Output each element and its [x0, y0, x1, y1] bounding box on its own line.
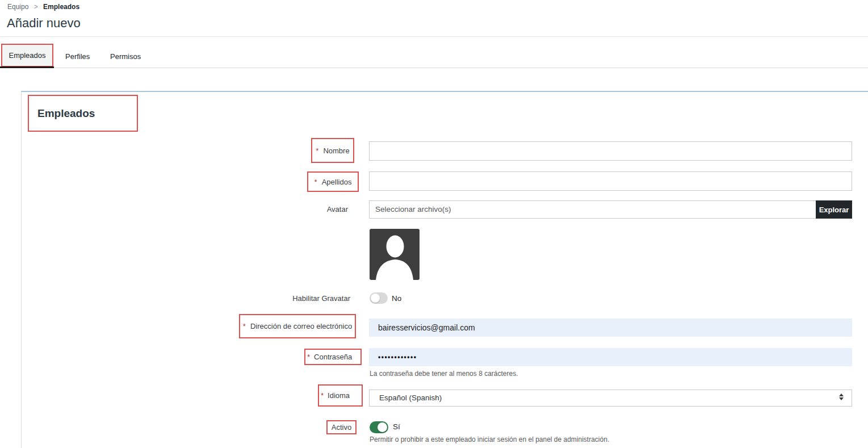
gravatar-toggle-knob — [371, 294, 380, 303]
avatar-file-placeholder: Seleccionar archivo(s) — [375, 205, 451, 213]
apellidos-label-annotation: * Apellidos — [307, 171, 359, 192]
tab-permisos[interactable]: Permisos — [110, 52, 141, 61]
email-label: Dirección de correo electrónico — [250, 322, 352, 330]
apellidos-label: Apellidos — [322, 178, 352, 186]
idioma-select[interactable]: Español (Spanish) — [369, 390, 852, 407]
panel-heading: Empleados — [37, 107, 95, 120]
apellidos-input[interactable] — [369, 171, 852, 191]
password-help-text: La contraseña debe tener al menos 8 cará… — [370, 370, 518, 378]
person-silhouette-icon — [370, 229, 420, 280]
avatar-file-input[interactable]: Seleccionar archivo(s) — [369, 200, 852, 219]
tab-empleados-label: Empleados — [9, 51, 45, 60]
avatar-placeholder-image — [370, 229, 420, 280]
password-label-annotation: * Contraseña — [304, 349, 362, 365]
idioma-label: Idioma — [328, 391, 350, 400]
activo-toggle[interactable] — [370, 421, 388, 433]
tab-perfiles[interactable]: Perfiles — [65, 52, 90, 61]
email-label-annotation: * Dirección de correo electrónico — [239, 314, 356, 338]
password-input[interactable]: •••••••••••• — [369, 348, 852, 366]
email-input[interactable] — [369, 319, 852, 337]
breadcrumb-empleados[interactable]: Empleados — [43, 3, 79, 11]
panel-heading-annotation: Empleados — [28, 95, 138, 132]
breadcrumb-equipo[interactable]: Equipo — [7, 3, 28, 11]
apellidos-required-marker: * — [315, 178, 317, 186]
gravatar-state-label: No — [392, 294, 401, 303]
activo-label-annotation: Activo — [326, 420, 357, 434]
select-spinner-icon — [839, 393, 844, 400]
activo-state-label: Sí — [393, 422, 400, 431]
password-required-marker: * — [307, 353, 310, 361]
tabbar-bottom-border — [0, 68, 868, 68]
nombre-label: Nombre — [323, 146, 349, 155]
gravatar-toggle[interactable] — [370, 292, 388, 304]
idioma-required-marker: * — [321, 391, 324, 400]
breadcrumb: Equipo > Empleados — [7, 3, 79, 11]
idioma-selected-value: Español (Spanish) — [379, 393, 442, 402]
nombre-input[interactable] — [369, 141, 852, 161]
active-tab-underline — [0, 66, 54, 68]
email-required-marker: * — [243, 322, 246, 330]
nombre-required-marker: * — [316, 146, 318, 155]
page: Equipo > Empleados Añadir nuevo Empleado… — [0, 0, 868, 448]
explorar-button[interactable]: Explorar — [816, 200, 852, 219]
page-title: Añadir nuevo — [7, 16, 81, 31]
activo-toggle-knob — [378, 422, 387, 432]
avatar-label: Avatar — [263, 205, 348, 213]
gravatar-label: Habilitar Gravatar — [255, 294, 350, 303]
header-divider — [0, 36, 868, 37]
tab-empleados[interactable]: Empleados — [1, 44, 53, 67]
activo-help-text: Permitir o prohibir a este empleado inic… — [370, 436, 609, 443]
idioma-label-annotation: * Idioma — [318, 384, 363, 407]
activo-label: Activo — [332, 423, 351, 432]
password-label: Contraseña — [314, 353, 352, 361]
nombre-label-annotation: * Nombre — [311, 138, 354, 163]
breadcrumb-separator: > — [34, 3, 38, 11]
